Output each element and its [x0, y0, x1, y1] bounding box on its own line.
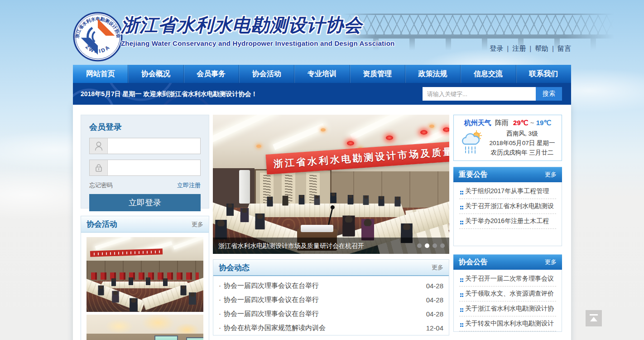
news-panel-title: 协会动态 — [219, 262, 250, 273]
notice-item-title: 关于浙江省水利水电勘测设计协 — [465, 305, 554, 313]
association-notices-more-link[interactable]: 更多 — [545, 258, 557, 266]
notice-item[interactable]: 关于召开浙江省水利水电勘测设 — [459, 199, 556, 214]
weather-widget: 杭州天气 阵雨 29℃ ~ 19℃ — [453, 115, 562, 161]
notice-item[interactable]: 关于召开一届二次常务理事会议 — [459, 272, 556, 287]
news-item-title: 协会一届四次理事会议在台举行 — [219, 310, 319, 318]
notice-item[interactable]: 关于领取水文、水资源调查评价 — [459, 287, 556, 301]
nav-item-policy[interactable]: 政策法规 — [405, 65, 460, 83]
help-link[interactable]: 帮助 — [535, 44, 548, 52]
link-separator: | — [507, 44, 509, 52]
user-icon — [90, 138, 108, 154]
nav-item-activities[interactable]: 协会活动 — [239, 65, 294, 83]
news-panel-header: 协会动态 更多 — [213, 260, 449, 276]
person — [267, 197, 273, 207]
news-item-title: 协会在杭举办国家规范解读内训会 — [219, 324, 326, 332]
air-conditioner — [239, 170, 250, 204]
carousel-dot-active[interactable] — [425, 243, 429, 248]
news-item-date: 04-28 — [426, 282, 443, 290]
important-notices-body: 关于组织2017年从事工程管理 关于召开浙江省水利水电勘测设 关于举办2016年… — [453, 182, 562, 246]
nav-item-home[interactable]: 网站首页 — [73, 65, 128, 83]
person — [215, 220, 227, 239]
message-link[interactable]: 留言 — [557, 44, 571, 52]
top-links: 登录|注册|帮助|留言 — [490, 44, 571, 53]
login-submit-button[interactable]: 立即登录 — [89, 194, 201, 211]
photo-chairs — [91, 272, 199, 280]
nav-item-training[interactable]: 专业培训 — [294, 65, 349, 83]
person — [299, 195, 304, 204]
weather-condition: 阵雨 — [495, 119, 509, 126]
person — [348, 195, 353, 204]
news-item[interactable]: 协会在杭举办国家规范解读内训会 12-04 — [219, 321, 443, 335]
welcome-text: 2018年5月7日 星期一 欢迎来到浙江省水利水电勘测设计协会！ — [81, 83, 258, 105]
forgot-password-link[interactable]: 忘记密码 — [89, 181, 113, 189]
register-now-link[interactable]: 立即注册 — [177, 181, 201, 189]
member-login-panel: 会员登录 — [81, 115, 209, 209]
rain-cloud-icon — [459, 130, 485, 155]
association-notices-title: 协会公告 — [459, 257, 488, 267]
password-input[interactable] — [108, 160, 200, 175]
news-item[interactable]: 协会一届四次理事会议在台举行 04-28 — [219, 307, 443, 321]
nav-item-contact[interactable]: 联系我们 — [516, 65, 571, 83]
carousel-dot[interactable] — [440, 243, 445, 248]
carousel-dot[interactable] — [417, 243, 422, 248]
search-button[interactable]: 搜索 — [536, 87, 562, 101]
notice-item-title: 关于组织2017年从事工程管理 — [465, 187, 549, 195]
activities-panel: 协会活动 更多 — [81, 216, 209, 340]
register-link[interactable]: 注册 — [512, 44, 526, 52]
login-aux-row: 忘记密码 立即注册 — [89, 181, 201, 189]
person — [342, 216, 355, 237]
news-item-date: 04-28 — [426, 310, 443, 318]
back-to-top-icon — [589, 314, 598, 322]
association-notices-panel: 协会公告 更多 关于召开一届二次常务理事会议 关于领取水文、水资源调查评价 关于… — [453, 254, 562, 332]
projector — [301, 225, 333, 232]
news-panel: 协会动态 更多 协会一届四次理事会议在台举行 04-28 协会一届四次理事会议在… — [213, 259, 449, 335]
notice-item[interactable]: 关于举办2016年注册土木工程 — [459, 214, 556, 229]
person — [395, 197, 401, 207]
search-input[interactable] — [423, 87, 536, 101]
carousel[interactable]: 浙江省水利水电勘测设计市场及质量研 — [213, 115, 449, 254]
weather-lunar: 农历戊戌狗年 三月廿二 — [485, 148, 559, 157]
activities-more-link[interactable]: 更多 — [192, 220, 203, 228]
username-row — [89, 138, 201, 154]
weather-wind: 西南风, 3级 — [485, 129, 559, 138]
weather-date: 2018年05月07日 星期一 — [485, 138, 559, 148]
site-subtitle: Zhejiang Water Conservancy and Hydropowe… — [121, 39, 394, 47]
notice-item[interactable]: 关于浙江省水利水电勘测设计协 — [459, 301, 556, 316]
photo-screen — [154, 335, 178, 340]
activities-panel-title: 协会活动 — [87, 219, 117, 229]
search-box: 搜索 — [423, 87, 562, 101]
login-link[interactable]: 登录 — [490, 44, 503, 52]
association-notices-header: 协会公告 更多 — [453, 254, 562, 270]
activities-panel-body — [81, 233, 209, 340]
site-header: 浙江省水利水电勘测设计协会 ZWHIDA 浙江省水利水电勘测设计协会 Zheji… — [73, 0, 571, 65]
news-list: 协会一届四次理事会议在台举行 04-28 协会一届四次理事会议在台举行 04-2… — [213, 276, 449, 335]
notice-item[interactable]: 关于组织2017年从事工程管理 — [459, 184, 556, 199]
carousel-dot[interactable] — [433, 243, 437, 248]
news-item[interactable]: 协会一届四次理事会议在台举行 04-28 — [219, 293, 443, 307]
nav-item-overview[interactable]: 协会概况 — [128, 65, 183, 83]
person — [314, 195, 320, 205]
person — [189, 292, 196, 305]
activity-photo-2[interactable] — [87, 315, 203, 340]
nav-item-membership[interactable]: 会员事务 — [183, 65, 239, 83]
person — [255, 214, 265, 229]
person — [283, 196, 288, 206]
username-input[interactable] — [108, 138, 200, 154]
person — [181, 286, 187, 296]
weather-temp-high: 29℃ — [513, 119, 529, 126]
news-more-link[interactable]: 更多 — [432, 263, 443, 272]
important-notices-more-link[interactable]: 更多 — [545, 170, 557, 179]
notice-item[interactable]: 关于转发中国水利水电勘测设计 — [459, 316, 556, 331]
nav-item-exchange[interactable]: 信息交流 — [460, 65, 515, 83]
red-light — [386, 136, 393, 140]
notice-item-title: 关于领取水文、水资源调查评价 — [465, 290, 554, 298]
activity-photo-1[interactable] — [87, 237, 203, 312]
back-to-top-button[interactable] — [586, 310, 602, 326]
person — [330, 193, 336, 203]
red-light — [443, 127, 449, 132]
nav-item-qualification[interactable]: 资质管理 — [350, 65, 405, 83]
news-item[interactable]: 协会一届四次理事会议在台举行 04-28 — [219, 279, 443, 293]
news-item-date: 12-04 — [426, 324, 443, 332]
red-light — [347, 141, 354, 146]
ceiling-downlight — [321, 128, 326, 131]
